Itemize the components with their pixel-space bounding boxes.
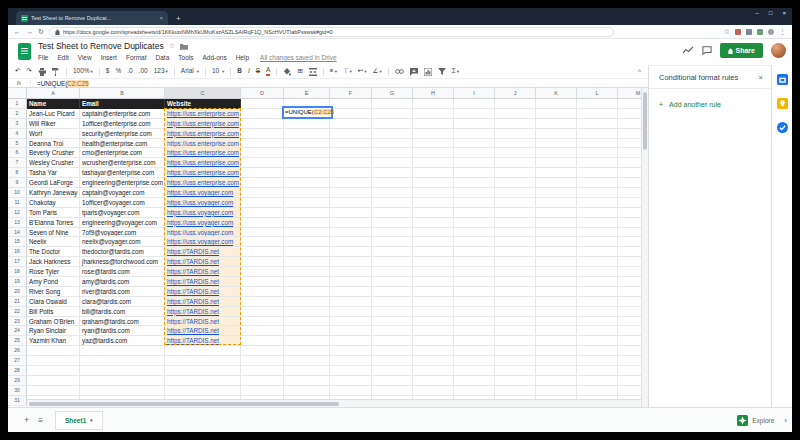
cell-I22[interactable] — [454, 307, 495, 317]
cell-E25[interactable] — [284, 336, 330, 346]
row-header-11[interactable]: 11 — [8, 198, 27, 208]
cell-M17[interactable] — [618, 257, 641, 267]
browser-tab[interactable]: Test Sheet to Remove Duplicat... × — [16, 11, 168, 25]
cell-H13[interactable] — [413, 218, 454, 228]
cell-K8[interactable] — [536, 168, 577, 178]
cell-I25[interactable] — [454, 336, 495, 346]
cell-E9[interactable] — [284, 178, 330, 188]
cell-B22[interactable]: bill@tardis.com — [80, 307, 165, 317]
cell-H15[interactable] — [413, 237, 454, 247]
cell-H23[interactable] — [413, 317, 454, 327]
italic-icon[interactable]: I — [248, 68, 250, 75]
cell-A3[interactable]: Will Riker — [27, 119, 80, 129]
tasks-icon[interactable] — [777, 122, 788, 133]
cell-B29[interactable] — [80, 376, 165, 386]
cell-B7[interactable]: wcrusher@enterprise.com — [80, 158, 165, 168]
saved-status[interactable]: All changes saved in Drive — [260, 54, 337, 61]
cell-K5[interactable] — [536, 139, 577, 149]
cell-F16[interactable] — [330, 247, 372, 257]
menu-file[interactable]: File — [38, 54, 48, 61]
cell-L16[interactable] — [577, 247, 618, 257]
cell-D16[interactable] — [241, 247, 284, 257]
cell-E22[interactable] — [284, 307, 330, 317]
cell-I4[interactable] — [454, 129, 495, 139]
cell-M28[interactable] — [618, 366, 641, 376]
cell-F27[interactable] — [330, 356, 372, 366]
cell-E5[interactable] — [284, 139, 330, 149]
cell-K11[interactable] — [536, 198, 577, 208]
row-header-14[interactable]: 14 — [8, 228, 27, 238]
cell-A29[interactable] — [27, 376, 80, 386]
cell-C25[interactable]: https://TARDIS.net — [165, 336, 241, 346]
cell-B23[interactable]: graham@tardis.com — [80, 317, 165, 327]
extension-icon[interactable] — [735, 29, 741, 35]
cell-J28[interactable] — [495, 366, 536, 376]
maximize-button[interactable]: □ — [769, 10, 773, 16]
cell-M18[interactable] — [618, 267, 641, 277]
cell-D6[interactable] — [241, 148, 284, 158]
cell-C13[interactable]: https://uss.voyager.com — [165, 218, 241, 228]
cell-F7[interactable] — [330, 158, 372, 168]
browser-menu-icon[interactable]: ⋮ — [779, 28, 786, 36]
cell-I26[interactable] — [454, 346, 495, 356]
cell-F1[interactable] — [330, 99, 372, 109]
cell-F25[interactable] — [330, 336, 372, 346]
column-header-A[interactable]: A — [27, 88, 80, 98]
cell-C27[interactable] — [165, 356, 241, 366]
cell-G24[interactable] — [372, 326, 413, 336]
row-header-20[interactable]: 20 — [8, 287, 27, 297]
cell-F23[interactable] — [330, 317, 372, 327]
cell-C22[interactable]: https://TARDIS.net — [165, 307, 241, 317]
cell-J7[interactable] — [495, 158, 536, 168]
cell-F18[interactable] — [330, 267, 372, 277]
all-sheets-icon[interactable]: ≡ — [38, 416, 43, 425]
cell-H21[interactable] — [413, 297, 454, 307]
cell-G26[interactable] — [372, 346, 413, 356]
cell-H11[interactable] — [413, 198, 454, 208]
cell-L19[interactable] — [577, 277, 618, 287]
cell-H5[interactable] — [413, 139, 454, 149]
insert-link-icon[interactable] — [395, 68, 404, 75]
cell-A16[interactable]: The Doctor — [27, 247, 80, 257]
cell-I20[interactable] — [454, 287, 495, 297]
cell-L7[interactable] — [577, 158, 618, 168]
cell-B13[interactable]: engineering@voyager.com — [80, 218, 165, 228]
cell-M3[interactable] — [618, 119, 641, 129]
borders-icon[interactable]: ⊞ — [297, 68, 302, 75]
cell-A8[interactable]: Tasha Yar — [27, 168, 80, 178]
cell-G16[interactable] — [372, 247, 413, 257]
explore-button[interactable]: Explore — [737, 415, 774, 426]
cell-G2[interactable] — [372, 109, 413, 119]
cell-L4[interactable] — [577, 129, 618, 139]
cell-K29[interactable] — [536, 376, 577, 386]
cell-L1[interactable] — [577, 99, 618, 109]
cell-L26[interactable] — [577, 346, 618, 356]
column-header-I[interactable]: I — [454, 88, 495, 98]
column-header-K[interactable]: K — [536, 88, 577, 98]
cell-D17[interactable] — [241, 257, 284, 267]
row-header-6[interactable]: 6 — [8, 148, 27, 158]
cell-K14[interactable] — [536, 228, 577, 238]
cell-F13[interactable] — [330, 218, 372, 228]
cell-K30[interactable] — [536, 386, 577, 396]
cell-I27[interactable] — [454, 356, 495, 366]
font-size-select[interactable]: 10 ▾ — [212, 68, 224, 75]
cell-C3[interactable]: https://uss.enterprise.com — [165, 119, 241, 129]
cell-E13[interactable] — [284, 218, 330, 228]
column-header-J[interactable]: J — [495, 88, 536, 98]
cell-H29[interactable] — [413, 376, 454, 386]
cell-G29[interactable] — [372, 376, 413, 386]
cell-K21[interactable] — [536, 297, 577, 307]
row-header-10[interactable]: 10 — [8, 188, 27, 198]
cell-G11[interactable] — [372, 198, 413, 208]
merge-cells-icon[interactable] — [309, 68, 317, 76]
cell-L27[interactable] — [577, 356, 618, 366]
cell-J16[interactable] — [495, 247, 536, 257]
cell-C24[interactable]: https://TARDIS.net — [165, 326, 241, 336]
cell-M12[interactable] — [618, 208, 641, 218]
bold-icon[interactable]: B — [237, 68, 242, 75]
cell-D19[interactable] — [241, 277, 284, 287]
column-header-M[interactable]: M — [618, 88, 641, 98]
cell-E8[interactable] — [284, 168, 330, 178]
minimize-button[interactable]: – — [756, 10, 759, 16]
